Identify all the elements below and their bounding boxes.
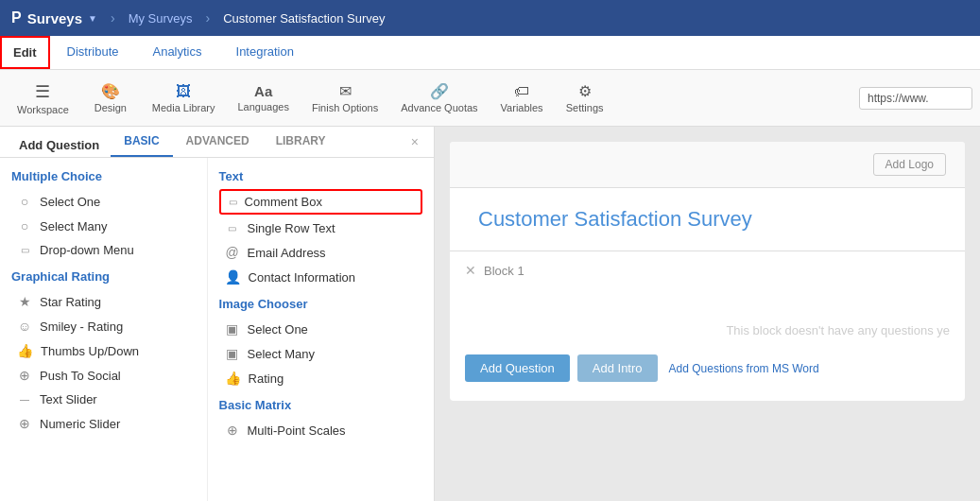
ms-word-link[interactable]: Add Questions from MS Word xyxy=(669,362,819,375)
tab-edit[interactable]: Edit xyxy=(0,36,50,69)
sub-navigation: Edit Distribute Analytics Integration xyxy=(0,36,980,70)
contact-icon: 👤 xyxy=(225,269,241,285)
question-contact-information[interactable]: 👤 Contact Information xyxy=(219,265,422,289)
question-single-row-text[interactable]: ▭ Single Row Text xyxy=(219,216,422,240)
workspace-icon: ☰ xyxy=(35,81,50,102)
question-image-select-one[interactable]: ▣ Select One xyxy=(219,317,422,341)
question-dropdown-menu[interactable]: ▭ Drop-down Menu xyxy=(11,238,196,262)
top-navigation: P Surveys ▼ › My Surveys › Customer Sati… xyxy=(0,0,980,36)
brand-logo[interactable]: P Surveys ▼ xyxy=(11,9,97,26)
question-multi-point-scales[interactable]: ⊕ Multi-Point Scales xyxy=(219,418,422,442)
advance-quotas-icon: 🔗 xyxy=(430,82,449,100)
single-row-icon: ▭ xyxy=(225,223,240,233)
tab-analytics[interactable]: Analytics xyxy=(135,36,218,69)
dropdown-icon: ▭ xyxy=(17,245,32,255)
breadcrumb-separator: › xyxy=(111,10,115,26)
question-comment-box[interactable]: ▭ Comment Box xyxy=(219,189,422,215)
survey-title-area: Customer Satisfaction Survey xyxy=(450,188,965,251)
panel-close-button[interactable]: × xyxy=(404,130,426,153)
block-close-icon[interactable]: ✕ xyxy=(465,263,476,278)
question-push-to-social[interactable]: ⊕ Push To Social xyxy=(11,363,196,388)
toolbar: ☰ Workspace 🎨 Design 🖼 Media Library Aa … xyxy=(0,70,980,127)
design-icon: 🎨 xyxy=(101,82,120,100)
question-thumbs-up-down[interactable]: 👍 Thumbs Up/Down xyxy=(11,338,196,363)
media-library-icon: 🖼 xyxy=(176,83,191,100)
toolbar-workspace[interactable]: ☰ Workspace xyxy=(8,78,78,119)
tab-basic[interactable]: BASIC xyxy=(111,127,172,157)
select-many-icon: ○ xyxy=(17,218,32,233)
languages-icon: Aa xyxy=(254,83,272,99)
text-slider-icon: — xyxy=(17,394,32,405)
multi-point-icon: ⊕ xyxy=(225,423,240,438)
section-graphical-rating: Graphical Rating xyxy=(11,269,196,284)
question-text-slider[interactable]: — Text Slider xyxy=(11,388,196,411)
survey-title: Customer Satisfaction Survey xyxy=(478,207,937,232)
question-image-select-many[interactable]: ▣ Select Many xyxy=(219,341,422,366)
question-image-rating[interactable]: 👍 Rating xyxy=(219,366,422,390)
question-star-rating[interactable]: ★ Star Rating xyxy=(11,289,196,314)
survey-url[interactable]: https://www. xyxy=(859,87,972,110)
tab-distribute[interactable]: Distribute xyxy=(50,36,136,69)
breadcrumb-my-surveys[interactable]: My Surveys xyxy=(129,11,193,26)
section-image-chooser: Image Chooser xyxy=(219,297,422,311)
brand-label: Surveys xyxy=(27,10,82,26)
email-icon: @ xyxy=(225,245,240,260)
main-area: Add Question BASIC ADVANCED LIBRARY × Mu… xyxy=(0,127,980,501)
question-select-one[interactable]: ○ Select One xyxy=(11,189,196,214)
numeric-slider-icon: ⊕ xyxy=(17,416,32,431)
toolbar-languages[interactable]: Aa Languages xyxy=(228,79,298,116)
toolbar-finish-options[interactable]: ✉ Finish Options xyxy=(302,78,387,117)
right-column: Text ▭ Comment Box ▭ Single Row Text @ E… xyxy=(208,158,434,501)
brand-chevron: ▼ xyxy=(88,13,97,24)
star-rating-icon: ★ xyxy=(17,294,32,309)
brand-icon: P xyxy=(11,9,22,26)
add-logo-button[interactable]: Add Logo xyxy=(873,153,946,176)
block-section: ✕ Block 1 This block doesn't have any qu… xyxy=(450,251,965,401)
add-question-panel: Add Question BASIC ADVANCED LIBRARY × Mu… xyxy=(0,127,435,501)
breadcrumb-separator-2: › xyxy=(206,10,211,26)
comment-box-icon: ▭ xyxy=(229,197,237,207)
add-question-button[interactable]: Add Question xyxy=(465,354,570,382)
toolbar-design[interactable]: 🎨 Design xyxy=(82,78,139,117)
add-intro-button[interactable]: Add Intro xyxy=(577,354,658,382)
survey-preview: Add Logo Customer Satisfaction Survey ✕ … xyxy=(435,127,980,501)
section-basic-matrix: Basic Matrix xyxy=(219,398,422,412)
left-column: Multiple Choice ○ Select One ○ Select Ma… xyxy=(0,158,208,501)
survey-card: Add Logo Customer Satisfaction Survey ✕ … xyxy=(450,142,965,401)
block-header: ✕ Block 1 xyxy=(465,263,950,278)
survey-header: Add Logo xyxy=(450,142,965,188)
select-one-icon: ○ xyxy=(17,194,32,209)
image-select-one-icon: ▣ xyxy=(225,321,240,337)
toolbar-advance-quotas[interactable]: 🔗 Advance Quotas xyxy=(391,78,487,117)
panel-content: Multiple Choice ○ Select One ○ Select Ma… xyxy=(0,158,434,501)
toolbar-variables[interactable]: 🏷 Variables xyxy=(491,79,553,117)
tab-advanced[interactable]: ADVANCED xyxy=(173,127,263,157)
question-select-many[interactable]: ○ Select Many xyxy=(11,214,196,238)
push-social-icon: ⊕ xyxy=(17,368,32,383)
panel-tab-bar: Add Question BASIC ADVANCED LIBRARY × xyxy=(0,127,434,158)
tab-integration[interactable]: Integration xyxy=(219,36,311,69)
smiley-icon: ☺ xyxy=(17,319,32,334)
toolbar-settings[interactable]: ⚙ Settings xyxy=(557,78,613,117)
block-empty-text: This block doesn't have any questions ye xyxy=(465,285,950,347)
block-label: Block 1 xyxy=(484,264,524,278)
toolbar-media-library[interactable]: 🖼 Media Library xyxy=(143,79,225,117)
question-email-address[interactable]: @ Email Address xyxy=(219,240,422,265)
tab-library[interactable]: LIBRARY xyxy=(263,127,339,157)
section-text: Text xyxy=(219,169,422,183)
variables-icon: 🏷 xyxy=(514,83,529,100)
thumbs-icon: 👍 xyxy=(17,343,33,358)
question-smiley-rating[interactable]: ☺ Smiley - Rating xyxy=(11,314,196,338)
image-rating-icon: 👍 xyxy=(225,371,241,386)
image-select-many-icon: ▣ xyxy=(225,346,240,361)
panel-title: Add Question xyxy=(8,129,111,156)
question-numeric-slider[interactable]: ⊕ Numeric Slider xyxy=(11,411,196,436)
breadcrumb-current-survey: Customer Satisfaction Survey xyxy=(223,11,385,26)
finish-options-icon: ✉ xyxy=(339,82,352,100)
settings-icon: ⚙ xyxy=(578,82,592,100)
section-multiple-choice: Multiple Choice xyxy=(11,169,196,183)
block-actions: Add Question Add Intro Add Questions fro… xyxy=(465,347,950,389)
